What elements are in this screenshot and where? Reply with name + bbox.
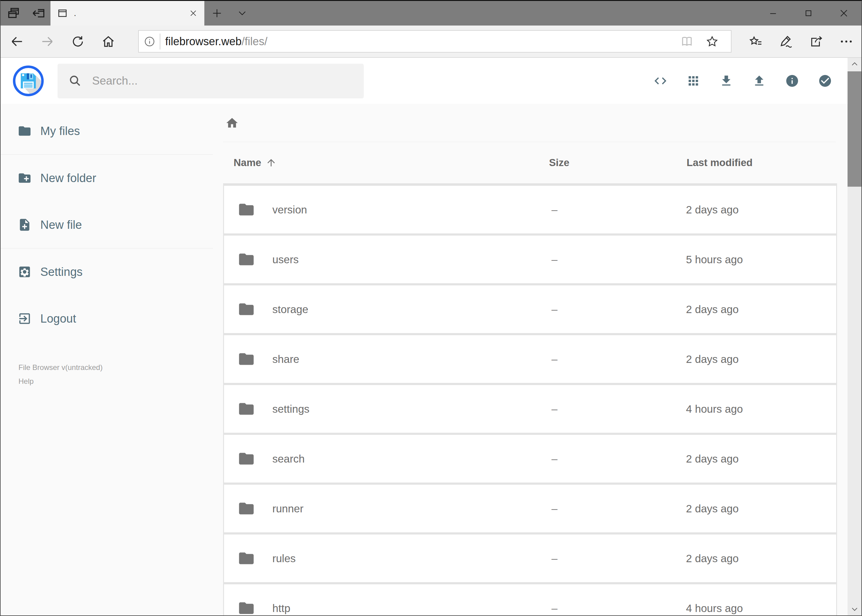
address-bar[interactable]: filebrowser.web/files/ — [138, 30, 731, 53]
tab-title: . — [74, 9, 76, 18]
tab-preview-button[interactable] — [1, 1, 27, 25]
site-info-icon[interactable] — [144, 36, 155, 47]
folder-icon — [238, 350, 255, 368]
settings-icon — [17, 265, 32, 279]
folder-icon-cell — [238, 201, 273, 218]
share-button[interactable] — [801, 25, 831, 57]
file-modified: 5 hours ago — [686, 253, 836, 266]
tab-close-button[interactable] — [189, 9, 198, 17]
column-header-modified[interactable]: Last modified — [687, 157, 848, 168]
upload-icon — [752, 74, 766, 88]
sidebar-item-label: New file — [40, 218, 82, 232]
sidebar-item-label: New folder — [40, 171, 96, 185]
app-body: My files New folder New file Settings Lo… — [1, 104, 861, 616]
browser-tab[interactable]: . — [50, 1, 204, 25]
app-header — [1, 58, 861, 104]
web-notes-button[interactable] — [771, 25, 801, 57]
select-multiple-button[interactable] — [818, 74, 832, 88]
sidebar-item-my-files[interactable]: My files — [1, 108, 213, 154]
file-listing: version – 2 days ago users – 5 hours ago… — [223, 183, 837, 616]
logout-icon — [17, 311, 32, 326]
file-row[interactable]: users – 5 hours ago — [224, 236, 836, 283]
folder-icon — [238, 300, 255, 318]
sidebar-footer: File Browser v(untracked) Help — [1, 362, 213, 387]
folder-icon — [238, 450, 255, 467]
column-header-size[interactable]: Size — [549, 157, 687, 168]
folder-icon — [238, 500, 255, 517]
file-row[interactable]: storage – 2 days ago — [224, 285, 836, 333]
sort-ascending-icon — [266, 157, 277, 168]
favorites-hub-button[interactable] — [741, 25, 771, 57]
file-row[interactable]: http – 4 hours ago — [224, 584, 836, 616]
browser-window: . — [0, 0, 862, 616]
add-favorite-star-icon[interactable] — [706, 35, 719, 48]
file-row[interactable]: settings – 4 hours ago — [224, 385, 836, 433]
download-button[interactable] — [719, 74, 733, 88]
page-scrollbar[interactable] — [848, 58, 861, 615]
sidebar-item-new-file[interactable]: New file — [1, 201, 213, 248]
refresh-button[interactable] — [63, 25, 93, 57]
file-row[interactable]: runner – 2 days ago — [224, 485, 836, 532]
file-row[interactable]: version – 2 days ago — [224, 186, 836, 233]
folder-icon — [238, 251, 255, 268]
toolbar-right-actions — [741, 25, 861, 57]
info-button[interactable] — [785, 74, 799, 88]
reading-view-icon[interactable] — [680, 35, 694, 48]
minimize-button[interactable] — [755, 1, 791, 25]
address-toolbar: filebrowser.web/files/ — [1, 25, 861, 58]
sidebar-item-logout[interactable]: Logout — [1, 295, 213, 342]
file-row[interactable]: search – 2 days ago — [224, 435, 836, 482]
sidebar-item-settings[interactable]: Settings — [1, 248, 213, 295]
close-icon — [189, 9, 198, 17]
grid-view-icon — [686, 74, 700, 88]
settings-menu-button[interactable] — [831, 25, 861, 57]
download-icon — [719, 74, 733, 88]
column-header-name[interactable]: Name — [233, 157, 549, 168]
folder-icon — [17, 124, 32, 138]
sidebar-item-new-folder[interactable]: New folder — [1, 155, 213, 201]
file-modified: 2 days ago — [686, 204, 836, 216]
switch-view-button[interactable] — [686, 74, 700, 88]
tabs-set-aside-button[interactable] — [27, 1, 50, 25]
filebrowser-logo[interactable] — [13, 66, 44, 96]
file-size: – — [552, 453, 686, 465]
scroll-up-button[interactable] — [848, 58, 861, 71]
back-button[interactable] — [2, 25, 32, 57]
search-input[interactable] — [92, 74, 355, 87]
sidebar-item-label: Settings — [40, 266, 82, 279]
folder-icon-cell — [238, 350, 273, 368]
file-name: version — [273, 204, 552, 216]
maximize-button[interactable] — [791, 1, 826, 25]
listing-header: Name Size Last modified — [213, 142, 848, 183]
check-circle-icon — [818, 74, 832, 88]
new-folder-icon — [17, 171, 32, 185]
maximize-icon — [804, 9, 813, 17]
close-window-button[interactable] — [826, 1, 861, 25]
url-text[interactable]: filebrowser.web/files/ — [165, 35, 268, 48]
search-bar[interactable] — [58, 64, 364, 98]
tab-list-dropdown-button[interactable] — [230, 1, 255, 25]
folder-icon-cell — [238, 450, 273, 467]
new-file-icon — [17, 218, 32, 232]
raw-view-button[interactable] — [653, 74, 668, 88]
folder-icon — [238, 201, 255, 218]
scrollbar-thumb[interactable] — [848, 71, 861, 187]
file-modified: 2 days ago — [686, 503, 836, 515]
upload-button[interactable] — [752, 74, 766, 88]
file-size: – — [552, 353, 686, 365]
file-row[interactable]: share – 2 days ago — [224, 335, 836, 383]
code-icon — [653, 74, 668, 88]
file-name: http — [273, 602, 552, 614]
file-name: rules — [273, 552, 552, 565]
breadcrumb-home-icon[interactable] — [225, 116, 239, 130]
home-button[interactable] — [93, 25, 124, 57]
floppy-disk-icon — [16, 68, 41, 94]
url-path: /files/ — [241, 35, 268, 48]
help-link[interactable]: Help — [19, 376, 213, 387]
forward-button[interactable] — [32, 25, 63, 57]
folder-icon-cell — [238, 500, 273, 517]
file-row[interactable]: rules – 2 days ago — [224, 534, 836, 582]
new-tab-button[interactable] — [204, 1, 230, 25]
refresh-icon — [71, 35, 85, 48]
scroll-down-button[interactable] — [848, 602, 861, 615]
